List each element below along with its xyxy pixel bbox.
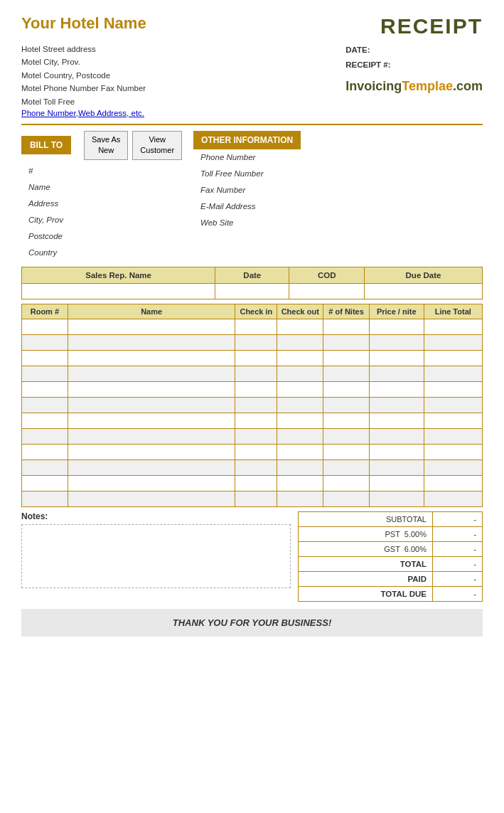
bill-field-postcode: Postcode xyxy=(21,228,135,245)
room-cell xyxy=(424,428,483,444)
pst-value: - xyxy=(433,526,483,541)
date-line: DATE: xyxy=(345,43,483,58)
bill-to-top: BILL TO Save AsNew ViewCustomer xyxy=(21,131,182,160)
notes-section: Notes: xyxy=(21,511,291,602)
address-line2: Motel City, Prov. xyxy=(21,55,146,68)
bill-field-country: Country xyxy=(21,245,135,261)
table-row xyxy=(22,397,483,413)
room-cell xyxy=(323,350,370,366)
room-cell xyxy=(22,366,68,381)
totals-table: SUBTOTAL - PST 5.00% - GST 6.00% - TOTAL… xyxy=(298,511,483,602)
room-cell xyxy=(424,350,483,366)
logo-invoicing: Invoicing xyxy=(345,79,402,93)
room-cell xyxy=(22,475,68,491)
room-cell xyxy=(277,413,323,428)
room-cell xyxy=(323,397,370,413)
bill-field-city: City, Prov xyxy=(21,212,135,228)
room-cell xyxy=(424,334,483,350)
gst-label: GST 6.00% xyxy=(299,541,433,556)
col-line-total: Line Total xyxy=(424,304,483,319)
room-cell xyxy=(424,444,483,459)
room-cell xyxy=(68,475,235,491)
receipt-number-line: RECEIPT #: xyxy=(345,58,483,73)
room-cell xyxy=(22,381,68,397)
room-cell xyxy=(68,428,235,444)
sales-rep-row xyxy=(22,283,483,299)
room-cell xyxy=(22,444,68,459)
subtotal-row: SUBTOTAL - xyxy=(299,511,483,526)
room-cell xyxy=(424,397,483,413)
other-field-fax: Fax Number xyxy=(193,182,483,198)
subtotal-value: - xyxy=(433,511,483,526)
room-cell xyxy=(235,334,277,350)
pst-row: PST 5.00% - xyxy=(299,526,483,541)
room-cell xyxy=(369,381,424,397)
other-field-website: Web Site xyxy=(193,215,483,231)
address-left: Hotel Street address Motel City, Prov. M… xyxy=(21,43,146,118)
col-checkout: Check out xyxy=(277,304,323,319)
total-value: - xyxy=(433,556,483,571)
page-header: Your Hotel Name RECEIPT xyxy=(21,14,483,38)
save-as-new-button[interactable]: Save AsNew xyxy=(84,131,128,160)
room-cell xyxy=(323,491,370,506)
room-cell xyxy=(323,381,370,397)
col-date: Date xyxy=(215,267,289,283)
room-cell xyxy=(323,475,370,491)
room-cell xyxy=(22,428,68,444)
room-cell xyxy=(22,319,68,334)
room-cell xyxy=(235,350,277,366)
room-cell xyxy=(68,491,235,506)
col-checkin: Check in xyxy=(235,304,277,319)
room-cell xyxy=(68,459,235,475)
room-cell xyxy=(235,459,277,475)
address-line3: Motel Country, Postcode xyxy=(21,69,146,82)
col-sales-rep: Sales Rep. Name xyxy=(22,267,215,283)
view-customer-button[interactable]: ViewCustomer xyxy=(132,131,182,160)
total-due-value: - xyxy=(433,586,483,601)
room-cell xyxy=(277,319,323,334)
other-info-fields: Phone Number Toll Free Number Fax Number… xyxy=(193,149,483,231)
thank-you-bar: THANK YOU FOR YOUR BUSINESS! xyxy=(21,609,483,637)
address-line5: Motel Toll Free xyxy=(21,95,146,108)
room-cell xyxy=(369,413,424,428)
header-divider xyxy=(21,124,483,125)
room-cell xyxy=(323,444,370,459)
room-cell xyxy=(369,334,424,350)
receipt-title: RECEIPT xyxy=(380,14,483,38)
total-due-row: TOTAL DUE - xyxy=(299,586,483,601)
room-cell xyxy=(68,366,235,381)
receipt-label: RECEIPT #: xyxy=(345,58,390,73)
total-label: TOTAL xyxy=(299,556,433,571)
room-cell xyxy=(369,428,424,444)
room-table: Room # Name Check in Check out # of Nite… xyxy=(21,304,483,507)
room-cell xyxy=(68,381,235,397)
address-right: DATE: RECEIPT #: InvoicingTemplae.com xyxy=(345,43,483,118)
room-cell xyxy=(68,444,235,459)
room-cell xyxy=(424,475,483,491)
phone-link[interactable]: Phone Number,Web Address, etc. xyxy=(21,109,144,117)
address-section: Hotel Street address Motel City, Prov. M… xyxy=(21,43,483,118)
bill-other-section: BILL TO Save AsNew ViewCustomer # Name A… xyxy=(21,131,483,261)
address-line4: Motel Phone Number Fax Number xyxy=(21,82,146,95)
room-cell xyxy=(424,459,483,475)
room-cell xyxy=(277,428,323,444)
notes-box[interactable] xyxy=(21,524,291,588)
bill-field-name: Name xyxy=(21,179,135,196)
room-cell xyxy=(424,319,483,334)
room-cell xyxy=(22,350,68,366)
due-date-value xyxy=(365,283,483,299)
sales-rep-table: Sales Rep. Name Date COD Due Date xyxy=(21,267,483,299)
table-row xyxy=(22,475,483,491)
room-cell xyxy=(68,334,235,350)
room-cell xyxy=(277,397,323,413)
button-group: Save AsNew ViewCustomer xyxy=(84,131,182,160)
table-row xyxy=(22,334,483,350)
room-cell xyxy=(22,413,68,428)
table-row xyxy=(22,491,483,506)
room-cell xyxy=(277,334,323,350)
logo-template: Templae xyxy=(402,79,453,93)
bill-field-address: Address xyxy=(21,196,135,212)
col-due-date: Due Date xyxy=(365,267,483,283)
other-field-tollfree: Toll Free Number xyxy=(193,166,483,182)
table-row xyxy=(22,459,483,475)
